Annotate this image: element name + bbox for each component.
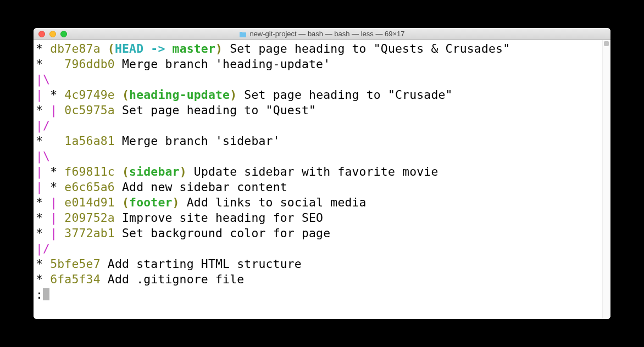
titlebar[interactable]: new-git-project — bash — bash — less — 6… — [34, 28, 610, 40]
git-log-line: * 6fa5f34 Add .gitignore file — [36, 272, 608, 287]
git-log-line: | * f69811c (sidebar) Update sidebar wit… — [36, 164, 608, 180]
git-log-line: * 5bfe5e7 Add starting HTML structure — [36, 256, 608, 272]
terminal-window: new-git-project — bash — bash — less — 6… — [34, 28, 610, 319]
minimize-button[interactable] — [49, 31, 56, 37]
close-button[interactable] — [38, 31, 45, 37]
git-log-line: |/ — [36, 118, 608, 133]
zoom-button[interactable] — [60, 31, 67, 37]
git-log-line: * | 209752a Improve site heading for SEO — [36, 210, 608, 226]
git-log-line: | * 4c9749e (heading-update) Set page he… — [36, 87, 608, 103]
git-log-line: * 1a56a81 Merge branch 'sidebar' — [36, 133, 608, 149]
prompt-colon: : — [36, 288, 43, 301]
terminal-output[interactable]: * db7e87a (HEAD -> master) Set page head… — [34, 40, 610, 319]
scrollbar[interactable] — [602, 40, 610, 319]
git-log-line: |/ — [36, 241, 608, 256]
cursor — [43, 288, 49, 300]
git-log-line: * | 0c5975a Set page heading to "Quest" — [36, 103, 608, 118]
folder-icon — [239, 31, 247, 37]
git-log-line: |\ — [36, 72, 608, 87]
window-title: new-git-project — bash — bash — less — 6… — [34, 30, 610, 38]
less-prompt[interactable]: : — [36, 287, 608, 303]
git-log-line: * db7e87a (HEAD -> master) Set page head… — [36, 41, 608, 57]
traffic-lights — [34, 31, 67, 37]
git-log-line: | * e6c65a6 Add new sidebar content — [36, 180, 608, 195]
git-log-line: * 796ddb0 Merge branch 'heading-update' — [36, 57, 608, 72]
git-log-line: * | e014d91 (footer) Add links to social… — [36, 195, 608, 210]
window-title-text: new-git-project — bash — bash — less — 6… — [249, 30, 404, 38]
git-log-line: |\ — [36, 149, 608, 164]
git-log-line: * | 3772ab1 Set background color for pag… — [36, 226, 608, 241]
